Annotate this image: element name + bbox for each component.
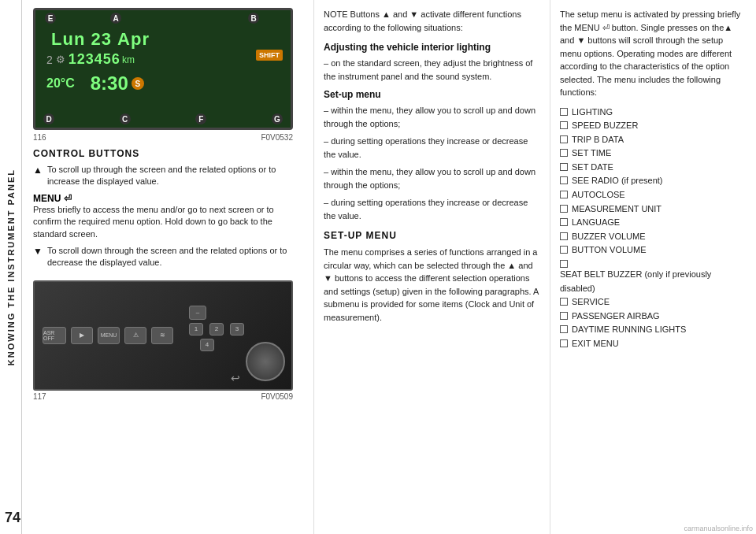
checkbox-icon: [560, 205, 568, 213]
display-bottom-row: 20°C 8:30 S: [43, 72, 283, 95]
list-item: BUTTON VOLUME: [560, 243, 747, 258]
panel-btn-4: ⚠: [124, 327, 146, 344]
label-e: E: [45, 13, 56, 24]
km-label: km: [122, 54, 135, 65]
arrow-down-item: ▼ To scroll down through the screen and …: [33, 245, 302, 269]
instrument-display: E A B Lun 23 Apr 2 ⚙ 123456 km SHIFT: [33, 8, 293, 130]
up-arrow-icon: ▲: [33, 165, 43, 176]
label-a: A: [110, 13, 121, 24]
checkbox-icon: [560, 260, 568, 268]
setup-text-4: – during setting operations they increas…: [324, 196, 540, 222]
panel-btn-3: MENU: [98, 327, 120, 344]
fig1-caption: 116 F0V0532: [33, 133, 293, 142]
panel-btn-5: ≋: [151, 327, 173, 344]
list-item: PASSENGER AIRBAG: [560, 310, 747, 324]
panel-num-2: 2: [209, 323, 224, 336]
fig2-code: F0V0509: [261, 392, 293, 401]
display-inner: E A B Lun 23 Apr 2 ⚙ 123456 km SHIFT: [35, 10, 291, 128]
list-item-label: SET DATE: [572, 161, 613, 175]
sidebar: KNOWING THE INSTRUMENT PANEL: [0, 0, 22, 534]
checkbox-icon: [560, 191, 568, 198]
list-item: TRIP B DATA: [560, 133, 747, 147]
list-item: SEAT BELT BUZZER (only if previously dis…: [560, 258, 747, 295]
list-item-label: AUTOCLOSE: [572, 188, 625, 202]
list-item: EXIT MENU: [560, 337, 747, 351]
checkbox-icon: [560, 246, 568, 254]
lighting-heading: Adjusting the vehicle interior lighting: [324, 42, 540, 53]
fig1-code: F0V0532: [261, 133, 293, 142]
list-item: AUTOCLOSE: [560, 188, 747, 202]
panel-dial: [246, 342, 285, 381]
checkbox-icon: [560, 176, 568, 184]
list-item: SET DATE: [560, 161, 747, 175]
setup-text-1: – within the menu, they allow you to scr…: [324, 104, 540, 130]
list-item-label: TRIP B DATA: [572, 133, 624, 147]
temp-display: 20°C: [46, 76, 75, 91]
right-column: The setup menu is activated by pressing …: [550, 0, 756, 534]
bottom-labels: D C F G: [43, 113, 283, 124]
checkbox-icon: [560, 149, 568, 157]
left-column: E A B Lun 23 Apr 2 ⚙ 123456 km SHIFT: [22, 0, 313, 534]
list-item: SERVICE: [560, 295, 747, 310]
list-item: MEASUREMENT UNIT: [560, 202, 747, 217]
list-item-label: SEAT BELT BUZZER (only if previously dis…: [560, 268, 747, 295]
label-c: C: [120, 113, 131, 124]
panel-num-3: 3: [230, 323, 244, 336]
checkbox-icon: [560, 312, 568, 320]
checkbox-icon: [560, 325, 568, 333]
arrow-up-item: ▲ To scroll up through the screen and th…: [33, 164, 302, 188]
lighting-text: – on the standard screen, they adjust th…: [324, 57, 540, 83]
fig2-number: 117: [33, 392, 46, 401]
panel-num-row2: 4: [200, 339, 244, 351]
list-item-label: SPEED BUZZER: [572, 119, 638, 133]
setup-menu-body: The menu comprises a series of functions…: [324, 246, 540, 324]
list-item: BUZZER VOLUME: [560, 230, 747, 244]
gear-display: 2: [46, 54, 53, 66]
watermark: carmanualsonline.info: [680, 523, 756, 534]
list-item-label: BUTTON VOLUME: [572, 243, 647, 258]
setup-menu-title: SET-UP MENU: [324, 230, 540, 241]
list-item: SET TIME: [560, 146, 747, 161]
list-item-label: LANGUAGE: [572, 216, 620, 230]
down-arrow-icon: ▼: [33, 246, 43, 257]
fig1-number: 116: [33, 133, 46, 142]
checkbox-icon: [560, 121, 568, 129]
main-content: E A B Lun 23 Apr 2 ⚙ 123456 km SHIFT: [22, 0, 756, 534]
checkbox-icon: [560, 232, 568, 240]
panel-right-buttons: – 1 2 3 4: [189, 306, 244, 351]
panel-num-4: 4: [200, 339, 214, 351]
label-g: G: [272, 113, 283, 124]
list-item-label: SERVICE: [572, 295, 610, 310]
list-item-label: SET TIME: [572, 146, 611, 161]
checkbox-icon: [560, 108, 568, 116]
checkbox-icon: [560, 163, 568, 171]
checkbox-icon: [560, 218, 568, 226]
setup-text-2: – during setting operations they increas…: [324, 135, 540, 161]
arrow-down-text: To scroll down through the screen and th…: [47, 245, 302, 269]
control-buttons-title: CONTROL BUTTONS: [33, 148, 302, 159]
display-odo-row: 2 ⚙ 123456 km SHIFT: [43, 51, 283, 68]
gear-symbol: ⚙: [56, 54, 65, 65]
menu-text: Press briefly to access the menu and/or …: [33, 204, 302, 240]
checkbox-icon: [560, 339, 568, 347]
display-date: 23: [91, 29, 111, 50]
page-number: 74: [5, 510, 20, 526]
panel-arrow-icon: ↩: [231, 372, 240, 384]
checkbox-icon: [560, 298, 568, 306]
list-item-label: SEE RADIO (if present): [572, 174, 663, 188]
display-month: Apr: [117, 29, 150, 50]
menu-label: MENU ⏎: [33, 193, 302, 204]
note-up-arrow: ▲: [382, 9, 393, 19]
note-and: and: [393, 9, 407, 19]
s-badge: S: [132, 77, 144, 90]
right-intro: The setup menu is activated by pressing …: [560, 8, 747, 99]
panel-photo: ASR OFF ▶ MENU ⚠ ≋ – 1 2 3 4: [33, 280, 293, 391]
list-item-label: BUZZER VOLUME: [572, 230, 646, 244]
panel-btn-2: ▶: [71, 327, 93, 344]
panel-dial-area: [246, 342, 285, 381]
panel-inner: ASR OFF ▶ MENU ⚠ ≋ – 1 2 3 4: [35, 282, 291, 389]
checkbox-icon: [560, 135, 568, 143]
time-display: 8:30: [91, 72, 128, 95]
list-item-label: DAYTIME RUNNING LIGHTS: [572, 323, 686, 337]
note-down-arrow: ▼: [410, 9, 421, 19]
